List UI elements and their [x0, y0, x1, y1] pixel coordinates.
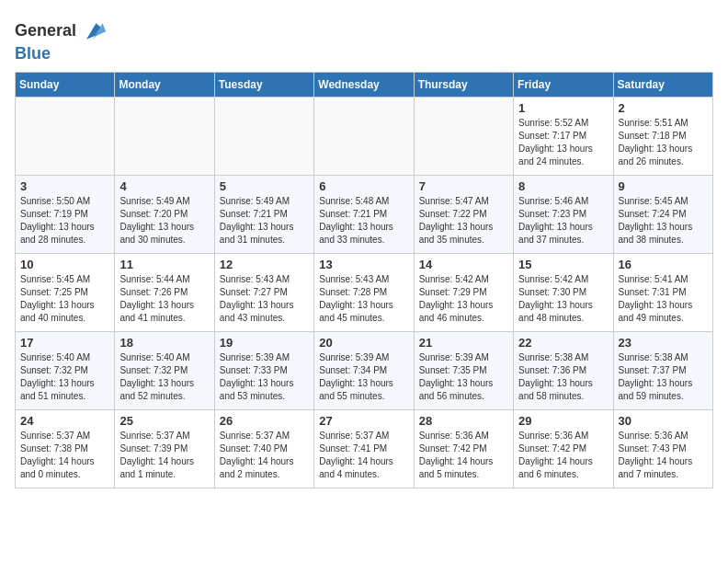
- day-info: Sunrise: 5:47 AM Sunset: 7:22 PM Dayligh…: [419, 195, 508, 247]
- weekday-header-wednesday: Wednesday: [314, 72, 414, 97]
- day-info: Sunrise: 5:50 AM Sunset: 7:19 PM Dayligh…: [20, 195, 109, 247]
- day-number: 19: [220, 336, 309, 350]
- calendar-cell: 9Sunrise: 5:45 AM Sunset: 7:24 PM Daylig…: [613, 175, 712, 253]
- calendar-cell: 21Sunrise: 5:39 AM Sunset: 7:35 PM Dayli…: [414, 331, 513, 409]
- logo-text: General: [15, 21, 76, 41]
- day-info: Sunrise: 5:36 AM Sunset: 7:42 PM Dayligh…: [419, 430, 508, 481]
- header: General Blue: [15, 15, 713, 64]
- day-info: Sunrise: 5:41 AM Sunset: 7:31 PM Dayligh…: [619, 273, 708, 325]
- calendar-week-1: 1Sunrise: 5:52 AM Sunset: 7:17 PM Daylig…: [16, 97, 713, 175]
- calendar-cell: 12Sunrise: 5:43 AM Sunset: 7:27 PM Dayli…: [214, 253, 313, 331]
- calendar-cell: [16, 97, 115, 175]
- day-info: Sunrise: 5:39 AM Sunset: 7:34 PM Dayligh…: [319, 351, 408, 403]
- calendar: SundayMondayTuesdayWednesdayThursdayFrid…: [15, 72, 713, 488]
- logo: General Blue: [15, 18, 106, 64]
- calendar-cell: 24Sunrise: 5:37 AM Sunset: 7:38 PM Dayli…: [16, 409, 115, 488]
- day-info: Sunrise: 5:43 AM Sunset: 7:28 PM Dayligh…: [319, 273, 408, 325]
- day-number: 21: [419, 336, 508, 350]
- day-number: 18: [119, 336, 209, 350]
- day-info: Sunrise: 5:45 AM Sunset: 7:25 PM Dayligh…: [20, 273, 109, 325]
- calendar-week-2: 3Sunrise: 5:50 AM Sunset: 7:19 PM Daylig…: [16, 175, 713, 253]
- day-number: 13: [319, 258, 408, 271]
- day-number: 1: [518, 101, 608, 115]
- day-info: Sunrise: 5:37 AM Sunset: 7:40 PM Dayligh…: [220, 430, 309, 481]
- day-info: Sunrise: 5:42 AM Sunset: 7:30 PM Dayligh…: [518, 273, 608, 325]
- day-info: Sunrise: 5:36 AM Sunset: 7:43 PM Dayligh…: [619, 430, 708, 481]
- day-info: Sunrise: 5:38 AM Sunset: 7:36 PM Dayligh…: [518, 351, 608, 403]
- weekday-header-sunday: Sunday: [16, 72, 115, 97]
- day-number: 2: [619, 101, 708, 115]
- calendar-cell: 11Sunrise: 5:44 AM Sunset: 7:26 PM Dayli…: [115, 253, 214, 331]
- day-number: 27: [319, 414, 408, 428]
- day-info: Sunrise: 5:52 AM Sunset: 7:17 PM Dayligh…: [518, 117, 608, 168]
- day-info: Sunrise: 5:40 AM Sunset: 7:32 PM Dayligh…: [119, 351, 209, 403]
- day-info: Sunrise: 5:42 AM Sunset: 7:29 PM Dayligh…: [419, 273, 508, 325]
- calendar-cell: 18Sunrise: 5:40 AM Sunset: 7:32 PM Dayli…: [115, 331, 214, 409]
- calendar-week-3: 10Sunrise: 5:45 AM Sunset: 7:25 PM Dayli…: [16, 253, 713, 331]
- day-number: 20: [319, 336, 408, 350]
- calendar-cell: 19Sunrise: 5:39 AM Sunset: 7:33 PM Dayli…: [214, 331, 313, 409]
- day-info: Sunrise: 5:46 AM Sunset: 7:23 PM Dayligh…: [518, 195, 608, 247]
- day-number: 10: [20, 258, 109, 271]
- calendar-header: SundayMondayTuesdayWednesdayThursdayFrid…: [16, 72, 713, 97]
- calendar-cell: 26Sunrise: 5:37 AM Sunset: 7:40 PM Dayli…: [214, 409, 313, 488]
- calendar-cell: [314, 97, 414, 175]
- calendar-cell: [115, 97, 214, 175]
- weekday-header-saturday: Saturday: [613, 72, 712, 97]
- calendar-cell: 3Sunrise: 5:50 AM Sunset: 7:19 PM Daylig…: [16, 175, 115, 253]
- logo-blue-text: Blue: [15, 44, 51, 64]
- day-number: 11: [119, 258, 209, 271]
- calendar-cell: 7Sunrise: 5:47 AM Sunset: 7:22 PM Daylig…: [414, 175, 513, 253]
- day-number: 29: [518, 414, 608, 428]
- calendar-cell: 14Sunrise: 5:42 AM Sunset: 7:29 PM Dayli…: [414, 253, 513, 331]
- calendar-week-4: 17Sunrise: 5:40 AM Sunset: 7:32 PM Dayli…: [16, 331, 713, 409]
- day-info: Sunrise: 5:37 AM Sunset: 7:38 PM Dayligh…: [20, 430, 109, 481]
- day-info: Sunrise: 5:38 AM Sunset: 7:37 PM Dayligh…: [619, 351, 708, 403]
- calendar-cell: 27Sunrise: 5:37 AM Sunset: 7:41 PM Dayli…: [314, 409, 414, 488]
- calendar-cell: 4Sunrise: 5:49 AM Sunset: 7:20 PM Daylig…: [115, 175, 214, 253]
- calendar-cell: 23Sunrise: 5:38 AM Sunset: 7:37 PM Dayli…: [613, 331, 712, 409]
- day-info: Sunrise: 5:43 AM Sunset: 7:27 PM Dayligh…: [220, 273, 309, 325]
- weekday-header-monday: Monday: [115, 72, 214, 97]
- day-number: 26: [220, 414, 309, 428]
- day-info: Sunrise: 5:39 AM Sunset: 7:33 PM Dayligh…: [220, 351, 309, 403]
- calendar-cell: 29Sunrise: 5:36 AM Sunset: 7:42 PM Dayli…: [514, 409, 613, 488]
- day-number: 7: [419, 179, 508, 193]
- day-info: Sunrise: 5:39 AM Sunset: 7:35 PM Dayligh…: [419, 351, 508, 403]
- calendar-cell: 10Sunrise: 5:45 AM Sunset: 7:25 PM Dayli…: [16, 253, 115, 331]
- day-number: 17: [20, 336, 109, 350]
- day-number: 8: [518, 179, 608, 193]
- day-number: 9: [619, 179, 708, 193]
- calendar-cell: 1Sunrise: 5:52 AM Sunset: 7:17 PM Daylig…: [514, 97, 613, 175]
- day-number: 4: [119, 179, 209, 193]
- weekday-header-tuesday: Tuesday: [214, 72, 313, 97]
- day-number: 12: [220, 258, 309, 271]
- calendar-cell: 13Sunrise: 5:43 AM Sunset: 7:28 PM Dayli…: [314, 253, 414, 331]
- calendar-cell: 30Sunrise: 5:36 AM Sunset: 7:43 PM Dayli…: [613, 409, 712, 488]
- logo-icon: [80, 18, 106, 44]
- day-number: 6: [319, 179, 408, 193]
- day-number: 14: [419, 258, 508, 271]
- calendar-cell: 2Sunrise: 5:51 AM Sunset: 7:18 PM Daylig…: [613, 97, 712, 175]
- day-info: Sunrise: 5:44 AM Sunset: 7:26 PM Dayligh…: [119, 273, 209, 325]
- calendar-cell: 6Sunrise: 5:48 AM Sunset: 7:21 PM Daylig…: [314, 175, 414, 253]
- calendar-cell: 8Sunrise: 5:46 AM Sunset: 7:23 PM Daylig…: [514, 175, 613, 253]
- calendar-cell: 5Sunrise: 5:49 AM Sunset: 7:21 PM Daylig…: [214, 175, 313, 253]
- calendar-cell: [414, 97, 513, 175]
- calendar-cell: 15Sunrise: 5:42 AM Sunset: 7:30 PM Dayli…: [514, 253, 613, 331]
- day-info: Sunrise: 5:37 AM Sunset: 7:39 PM Dayligh…: [119, 430, 209, 481]
- day-info: Sunrise: 5:40 AM Sunset: 7:32 PM Dayligh…: [20, 351, 109, 403]
- weekday-row: SundayMondayTuesdayWednesdayThursdayFrid…: [16, 72, 713, 97]
- calendar-cell: 28Sunrise: 5:36 AM Sunset: 7:42 PM Dayli…: [414, 409, 513, 488]
- calendar-body: 1Sunrise: 5:52 AM Sunset: 7:17 PM Daylig…: [16, 97, 713, 488]
- calendar-cell: 16Sunrise: 5:41 AM Sunset: 7:31 PM Dayli…: [613, 253, 712, 331]
- weekday-header-friday: Friday: [514, 72, 613, 97]
- day-number: 23: [619, 336, 708, 350]
- day-info: Sunrise: 5:36 AM Sunset: 7:42 PM Dayligh…: [518, 430, 608, 481]
- day-number: 25: [119, 414, 209, 428]
- day-number: 3: [20, 179, 109, 193]
- day-number: 5: [220, 179, 309, 193]
- weekday-header-thursday: Thursday: [414, 72, 513, 97]
- day-number: 28: [419, 414, 508, 428]
- day-info: Sunrise: 5:49 AM Sunset: 7:20 PM Dayligh…: [119, 195, 209, 247]
